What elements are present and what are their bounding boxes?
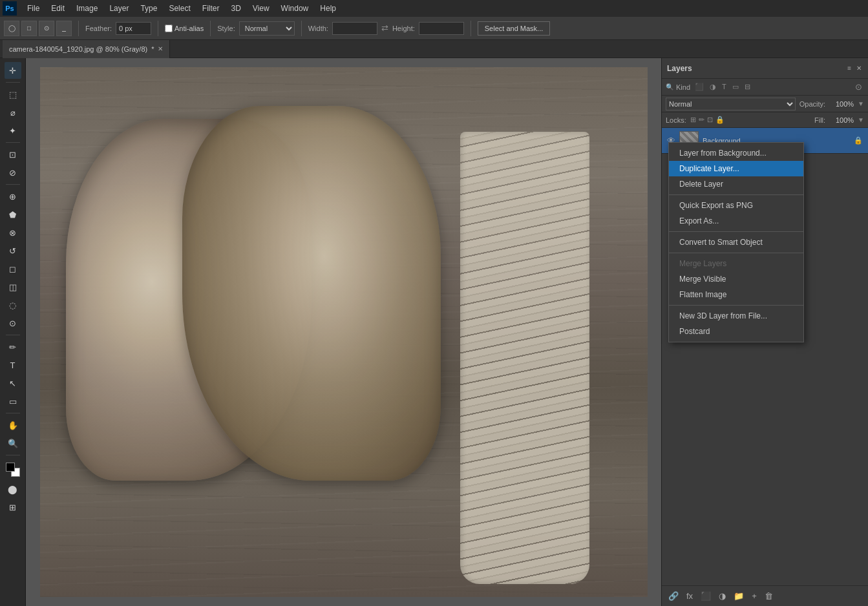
height-input[interactable] — [419, 22, 464, 35]
layers-panel-title: Layers — [667, 64, 692, 73]
move-tool-icon[interactable]: ✛ — [5, 62, 21, 79]
menu-view[interactable]: View — [248, 3, 275, 14]
group-layers-icon[interactable]: 📁 — [731, 590, 746, 602]
fg-bg-colors[interactable] — [5, 461, 21, 478]
swap-wh-icon[interactable]: ⇄ — [381, 23, 388, 33]
lock-all-icon[interactable]: 🔒 — [715, 116, 725, 124]
toolbar-sep-3 — [210, 21, 211, 36]
menu-image[interactable]: Image — [71, 3, 103, 14]
clone-tool-icon[interactable]: ⊗ — [5, 224, 21, 241]
blur-tool-icon[interactable]: ◌ — [5, 297, 21, 313]
adjustment-filter-icon[interactable]: ◑ — [708, 82, 718, 92]
document-tab[interactable]: camera-1840054_1920.jpg @ 80% (Gray/8) *… — [3, 40, 170, 58]
ctx-export-as[interactable]: Export As... — [669, 213, 803, 229]
ctx-quick-export-png[interactable]: Quick Export as PNG — [669, 198, 803, 213]
menu-type[interactable]: Type — [135, 3, 162, 14]
ctx-sep-3 — [669, 253, 803, 253]
feather-input[interactable] — [116, 22, 151, 35]
path-tool-icon[interactable]: ↖ — [5, 375, 21, 392]
lock-pixels-icon[interactable]: ⊞ — [690, 116, 696, 124]
menu-filter[interactable]: Filter — [197, 3, 225, 14]
select-and-mask-button[interactable]: Select and Mask... — [478, 21, 551, 36]
ctx-duplicate-layer[interactable]: Duplicate Layer... — [669, 161, 803, 176]
fg-color-swatch[interactable] — [6, 463, 15, 472]
main-layout: ✛ ⬚ ⌀ ✦ ⊡ ⊘ ⊕ ⬟ ⊗ ↺ ◻ ◫ ◌ ⊙ ✏ T ↖ ▭ ✋ 🔍 … — [0, 58, 868, 606]
hand-tool-icon[interactable]: ✋ — [5, 417, 21, 434]
ctx-postcard[interactable]: Postcard — [669, 324, 803, 339]
delete-layer-icon[interactable]: 🗑 — [762, 590, 776, 602]
layers-lock-row: Locks: ⊞ ✏ ⊡ 🔒 Fill: 100% ▼ — [662, 112, 868, 128]
zoom-tool-icon[interactable]: 🔍 — [5, 435, 21, 452]
ctx-sep-2 — [669, 231, 803, 232]
lock-position-icon[interactable]: ✏ — [699, 116, 704, 124]
eyedropper-tool-icon[interactable]: ⊘ — [5, 164, 21, 181]
pixel-filter-icon[interactable]: ⬛ — [693, 82, 706, 92]
menu-help[interactable]: Help — [315, 3, 341, 14]
layer-lock-icon: 🔒 — [854, 136, 863, 145]
text-tool-icon[interactable]: T — [5, 357, 21, 373]
ctx-new-3d-layer[interactable]: New 3D Layer from File... — [669, 308, 803, 324]
healing-tool-icon[interactable]: ⊕ — [5, 188, 21, 205]
layer-styles-icon[interactable]: fx — [684, 590, 695, 602]
marquee-row-icon[interactable]: ⎯ — [56, 21, 72, 36]
panel-menu-icon[interactable]: ≡ — [846, 63, 852, 73]
crop-tool-icon[interactable]: ⊡ — [5, 146, 21, 163]
ctx-flatten-image[interactable]: Flatten Image — [669, 287, 803, 302]
menu-select[interactable]: Select — [164, 3, 195, 14]
opacity-label: Opacity: — [799, 100, 825, 108]
blend-mode-select[interactable]: Normal Multiply Screen Overlay — [666, 98, 796, 110]
ctx-merge-visible[interactable]: Merge Visible — [669, 271, 803, 287]
photo-canvas[interactable] — [40, 67, 648, 597]
new-layer-icon[interactable]: + — [749, 590, 759, 602]
pen-tool-icon[interactable]: ✏ — [5, 339, 21, 355]
opacity-arrow-icon[interactable]: ▼ — [858, 100, 864, 107]
screen-mode-icon[interactable]: ⊞ — [5, 499, 21, 516]
marquee-icon[interactable]: ◯ — [4, 21, 19, 36]
gradient-tool-icon[interactable]: ◫ — [5, 278, 21, 295]
tie — [460, 132, 589, 584]
menu-layer[interactable]: Layer — [104, 3, 134, 14]
fill-arrow-icon[interactable]: ▼ — [858, 116, 864, 123]
brush-tool-icon[interactable]: ⬟ — [5, 206, 21, 223]
anti-alias-checkbox[interactable] — [165, 25, 173, 32]
adjustment-layer-icon[interactable]: ◑ — [716, 590, 728, 602]
menu-file[interactable]: File — [22, 3, 45, 14]
ctx-convert-smart-object[interactable]: Convert to Smart Object — [669, 235, 803, 250]
link-layers-icon[interactable]: 🔗 — [666, 590, 681, 602]
wand-tool-icon[interactable]: ✦ — [5, 122, 21, 139]
ctx-layer-from-background[interactable]: Layer from Background... — [669, 145, 803, 161]
feather-label: Feather: — [85, 25, 112, 32]
tabbar: camera-1840054_1920.jpg @ 80% (Gray/8) *… — [0, 40, 868, 58]
quick-mask-icon[interactable]: ⬤ — [5, 481, 21, 497]
ps-logo: Ps — [3, 1, 17, 16]
history-tool-icon[interactable]: ↺ — [5, 242, 21, 259]
shape-tool-icon[interactable]: ▭ — [5, 393, 21, 410]
tab-close-btn[interactable]: ✕ — [158, 45, 163, 52]
layer-mask-icon[interactable]: ⬛ — [698, 590, 714, 602]
menubar: Ps File Edit Image Layer Type Select Fil… — [0, 0, 868, 17]
marquee-tool-icon[interactable]: ⬚ — [5, 86, 21, 103]
layers-panel-bottom: 🔗 fx ⬛ ◑ 📁 + 🗑 — [662, 585, 868, 606]
ctx-sep-4 — [669, 305, 803, 306]
eraser-tool-icon[interactable]: ◻ — [5, 260, 21, 277]
filter-icons: ⬛ ◑ T ▭ ⊟ — [693, 82, 752, 92]
menu-edit[interactable]: Edit — [46, 3, 70, 14]
ctx-delete-layer[interactable]: Delete Layer — [669, 176, 803, 192]
style-select[interactable]: Normal Fixed Ratio Fixed Size — [239, 21, 295, 36]
fill-label: Fill: — [814, 116, 825, 124]
menu-3d[interactable]: 3D — [226, 3, 246, 14]
width-label: Width: — [308, 25, 328, 32]
menu-window[interactable]: Window — [276, 3, 314, 14]
marquee-rect-icon[interactable]: □ — [21, 21, 37, 36]
ctx-merge-layers: Merge Layers — [669, 256, 803, 271]
width-input[interactable] — [332, 22, 377, 35]
marquee-ellipse-icon[interactable]: ⊙ — [39, 21, 54, 36]
panel-collapse-icon[interactable]: ✕ — [855, 63, 863, 73]
filter-toggle-icon[interactable]: ⊙ — [853, 81, 864, 92]
smart-filter-icon[interactable]: ⊟ — [743, 82, 752, 92]
lock-artboard-icon[interactable]: ⊡ — [707, 116, 713, 124]
type-filter-icon[interactable]: T — [720, 82, 728, 92]
lasso-tool-icon[interactable]: ⌀ — [5, 104, 21, 121]
shape-filter-icon[interactable]: ▭ — [730, 82, 741, 92]
dodge-tool-icon[interactable]: ⊙ — [5, 315, 21, 331]
